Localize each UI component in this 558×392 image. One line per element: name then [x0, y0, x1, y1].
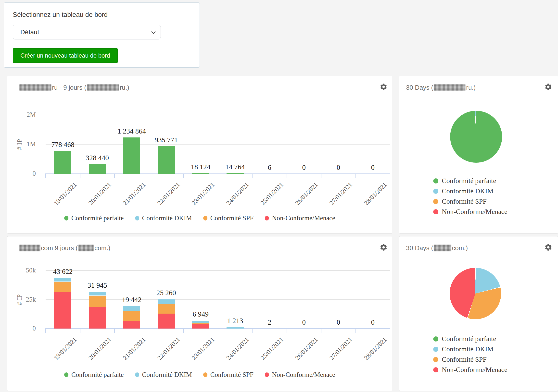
legend-label: Non-Conforme/Menace	[442, 366, 507, 374]
legend-label: Conformité DKIM	[442, 345, 494, 353]
bar-total-label: 31 945	[68, 281, 127, 289]
chart-legend: Conformité parfaiteConformité DKIMConfor…	[433, 335, 507, 374]
bar-segment	[54, 292, 71, 329]
legend-label: Conformité SPF	[442, 197, 487, 205]
card-bar-com: com 9 jours (com.) # IP025k50k43 62219/0…	[7, 236, 392, 391]
y-tick-label: 25k	[11, 296, 36, 303]
pie-chart	[450, 111, 502, 163]
legend-label: Non-Conforme/Menace	[272, 214, 335, 222]
legend-item-spf[interactable]: Conformité SPF	[203, 214, 254, 222]
card-pie-com: 30 Days (com.) Conformité parfaiteConfor…	[399, 236, 558, 391]
bar-segment	[89, 307, 106, 329]
legend-label: Conformité SPF	[442, 355, 487, 363]
x-axis-tick	[80, 174, 80, 178]
legend-item-dkim[interactable]: Conformité DKIM	[135, 214, 192, 222]
bar-segment	[89, 292, 106, 295]
x-axis-tick	[287, 174, 287, 178]
legend-color-dot	[433, 347, 438, 352]
x-axis-label: 27/01/2021	[321, 336, 354, 369]
x-axis-label: 21/01/2021	[114, 181, 147, 214]
x-axis-tick	[390, 174, 390, 178]
bar-segment	[123, 306, 140, 311]
x-axis-label: 23/01/2021	[183, 336, 216, 369]
legend-color-dot	[433, 336, 438, 342]
x-axis-label: 22/01/2021	[149, 181, 182, 214]
legend-item-parfaite[interactable]: Conformité parfaite	[64, 371, 124, 379]
legend-color-dot	[203, 216, 207, 220]
x-axis-label: 20/01/2021	[80, 181, 113, 214]
create-dashboard-button[interactable]: Créer un nouveau tableau de bord	[13, 48, 118, 63]
gridline	[46, 270, 390, 271]
x-axis-label: 26/01/2021	[287, 181, 319, 214]
x-axis-tick	[287, 329, 287, 333]
x-axis-tick	[114, 174, 115, 178]
x-axis-label: 28/01/2021	[355, 336, 388, 369]
legend-color-dot	[64, 216, 68, 220]
legend-item-parfaite[interactable]: Conformité parfaite	[433, 335, 507, 343]
legend-color-dot	[265, 372, 269, 377]
legend-item-menace[interactable]: Non-Conforme/Menace	[265, 371, 335, 379]
x-axis-label: 28/01/2021	[355, 181, 388, 214]
legend-color-dot	[433, 367, 438, 372]
x-axis-tick	[149, 329, 149, 333]
dashboard-page: { "dashboard_selector": { "label": "Séle…	[0, 0, 558, 392]
x-axis-label: 26/01/2021	[287, 336, 319, 369]
legend-label: Conformité parfaite	[442, 335, 496, 343]
bar-total-label: 328 440	[68, 154, 127, 162]
x-axis-tick	[252, 329, 253, 333]
card-pie-ru: 30 Days (ru.) Conformité parfaiteConform…	[399, 76, 558, 233]
legend-item-dkim[interactable]: Conformité DKIM	[433, 187, 507, 195]
x-axis-tick	[149, 174, 149, 178]
legend-item-dkim[interactable]: Conformité DKIM	[135, 371, 192, 379]
legend-color-dot	[433, 189, 438, 194]
bar-segment	[227, 327, 244, 329]
bar-chart-com: # IP025k50k43 62219/01/202131 94520/01/2…	[7, 236, 392, 391]
y-tick-label: 0	[11, 170, 36, 177]
x-axis-tick	[183, 329, 184, 333]
legend-item-dkim[interactable]: Conformité DKIM	[433, 345, 507, 353]
dashboard-select[interactable]: Défaut	[13, 25, 161, 39]
x-axis-label: 25/01/2021	[252, 181, 285, 214]
legend-label: Non-Conforme/Menace	[272, 371, 335, 379]
legend-label: Conformité parfaite	[442, 177, 496, 185]
bar-segment	[89, 164, 106, 174]
chart-legend: Conformité parfaiteConformité DKIMConfor…	[7, 371, 392, 379]
x-axis-label: 19/01/2021	[45, 336, 78, 369]
gridline	[46, 115, 390, 115]
legend-item-parfaite[interactable]: Conformité parfaite	[433, 177, 507, 185]
dashboard-selector-label: Sélectionnez un tableau de bord	[13, 11, 108, 19]
x-axis-tick	[252, 174, 253, 178]
legend-label: Conformité SPF	[210, 371, 254, 379]
bar-total-label: 0	[343, 163, 402, 172]
legend-item-menace[interactable]: Non-Conforme/Menace	[265, 214, 335, 222]
legend-label: Conformité parfaite	[71, 214, 124, 222]
legend-color-dot	[64, 372, 68, 377]
legend-color-dot	[265, 216, 269, 220]
x-axis-label: 20/01/2021	[80, 336, 113, 369]
x-axis-tick	[390, 329, 390, 333]
pie-chart	[450, 268, 501, 319]
x-axis-label: 23/01/2021	[183, 181, 216, 214]
bar-segment	[123, 321, 140, 329]
x-axis-label: 21/01/2021	[114, 336, 147, 369]
x-axis-label: 22/01/2021	[149, 336, 182, 369]
legend-item-spf[interactable]: Conformité SPF	[203, 371, 254, 379]
bar-total-label: 0	[343, 318, 402, 326]
legend-item-menace[interactable]: Non-Conforme/Menace	[433, 208, 507, 216]
legend-label: Conformité DKIM	[142, 371, 192, 379]
legend-label: Conformité parfaite	[71, 371, 124, 379]
x-axis-tick	[321, 174, 321, 178]
legend-color-dot	[433, 199, 438, 204]
y-tick-label: 0	[11, 325, 36, 332]
bar-segment	[192, 173, 209, 174]
legend-item-menace[interactable]: Non-Conforme/Menace	[433, 366, 507, 374]
bar-segment	[123, 311, 140, 321]
legend-item-spf[interactable]: Conformité SPF	[433, 197, 507, 205]
x-axis-label: 25/01/2021	[252, 336, 285, 369]
legend-color-dot	[433, 178, 438, 184]
x-axis-tick	[114, 329, 115, 333]
legend-color-dot	[135, 372, 139, 377]
bar-segment	[227, 173, 244, 174]
legend-item-parfaite[interactable]: Conformité parfaite	[64, 214, 124, 222]
legend-item-spf[interactable]: Conformité SPF	[433, 355, 507, 363]
